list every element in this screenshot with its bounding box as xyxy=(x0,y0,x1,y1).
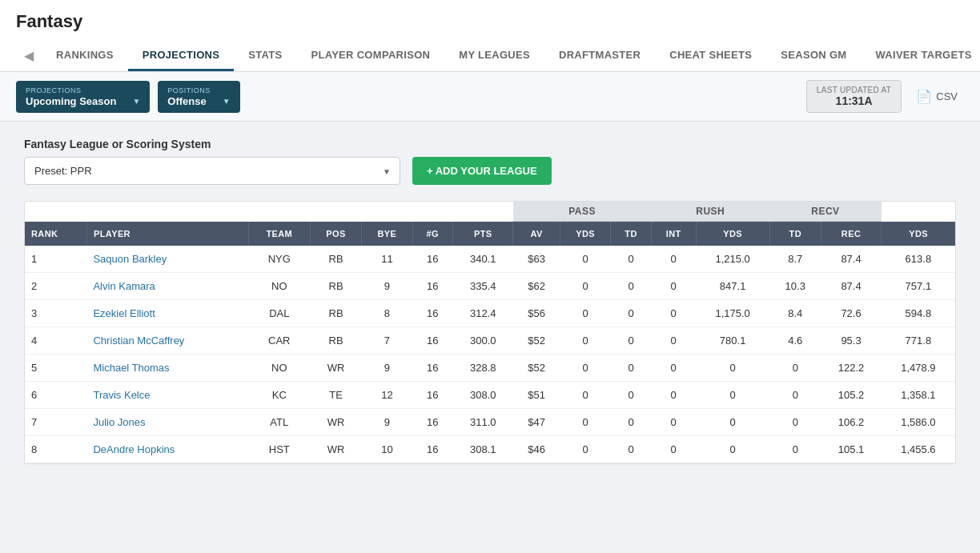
col-pass-yds: YDS xyxy=(560,222,610,246)
col-games: #G xyxy=(412,222,452,246)
cell-recv-rec: 95.3 xyxy=(821,327,881,355)
add-league-button[interactable]: + ADD YOUR LEAGUE xyxy=(412,157,552,185)
csv-button-label: CSV xyxy=(936,90,958,102)
cell-rush-td: 10.3 xyxy=(769,273,821,300)
cell-pass-int: 0 xyxy=(651,436,696,463)
cell-recv-yds: 1,478.9 xyxy=(882,355,955,382)
group-rush-header: RUSH xyxy=(651,202,769,222)
col-pass-int: INT xyxy=(651,222,696,246)
cell-recv-rec: 122.2 xyxy=(821,355,881,382)
cell-team: DAL xyxy=(248,300,310,327)
cell-pts: 312.4 xyxy=(453,300,513,327)
cell-games: 16 xyxy=(412,355,452,382)
col-bye: BYE xyxy=(362,222,412,246)
cell-bye: 9 xyxy=(362,409,412,436)
cell-player: Saquon Barkley xyxy=(86,246,248,273)
cell-pts: 308.0 xyxy=(453,382,513,409)
table-row: 3 Ezekiel Elliott DAL RB 8 16 312.4 $56 … xyxy=(25,300,955,327)
cell-pass-td: 0 xyxy=(611,327,651,355)
last-updated-label: LAST UPDATED AT xyxy=(817,86,891,94)
cell-pos: WR xyxy=(310,409,361,436)
positions-dropdown-label: POSITIONS xyxy=(167,86,211,94)
table-row: 6 Travis Kelce KC TE 12 16 308.0 $51 0 0… xyxy=(25,382,955,409)
cell-pos: RB xyxy=(310,327,361,355)
cell-games: 16 xyxy=(412,300,452,327)
cell-player: Christian McCaffrey xyxy=(86,327,248,355)
cell-player: Travis Kelce xyxy=(86,382,248,409)
cell-av: $46 xyxy=(513,436,560,463)
app-title: Fantasy xyxy=(16,11,964,40)
cell-team: NYG xyxy=(248,246,310,273)
cell-pts: 308.1 xyxy=(453,436,513,463)
cell-rank: 2 xyxy=(25,273,86,300)
cell-recv-rec: 87.4 xyxy=(821,246,881,273)
cell-recv-yds: 1,455.6 xyxy=(882,436,955,463)
col-recv-rec: REC xyxy=(821,222,881,246)
col-pass-td: TD xyxy=(611,222,651,246)
player-link[interactable]: DeAndre Hopkins xyxy=(93,443,175,455)
nav-item-rankings[interactable]: RANKINGS xyxy=(42,41,128,71)
cell-rush-td: 0 xyxy=(769,409,821,436)
stats-table-container: PASS RUSH RECV RANK PLAYER TEAM POS BYE … xyxy=(24,201,956,464)
cell-recv-yds: 594.8 xyxy=(882,300,955,327)
cell-bye: 9 xyxy=(362,273,412,300)
toolbar: PROJECTIONS Upcoming Season ▼ POSITIONS … xyxy=(0,72,980,122)
cell-rank: 1 xyxy=(25,246,86,273)
league-select[interactable]: Preset: PPR xyxy=(24,157,400,185)
cell-pts: 335.4 xyxy=(453,273,513,300)
projections-dropdown[interactable]: PROJECTIONS Upcoming Season ▼ xyxy=(16,81,150,113)
table-body: 1 Saquon Barkley NYG RB 11 16 340.1 $63 … xyxy=(25,246,955,463)
cell-player: Michael Thomas xyxy=(86,355,248,382)
nav-bar: ◀ RANKINGS PROJECTIONS STATS PLAYER COMP… xyxy=(16,40,964,71)
cell-player: Ezekiel Elliott xyxy=(86,300,248,327)
nav-item-projections[interactable]: PROJECTIONS xyxy=(128,41,234,71)
player-link[interactable]: Travis Kelce xyxy=(93,389,150,401)
player-link[interactable]: Michael Thomas xyxy=(93,362,169,374)
cell-pos: RB xyxy=(310,246,361,273)
table-row: 8 DeAndre Hopkins HST WR 10 16 308.1 $46… xyxy=(25,436,955,463)
cell-rush-yds: 1,215.0 xyxy=(696,246,769,273)
cell-recv-rec: 105.1 xyxy=(821,436,881,463)
cell-av: $62 xyxy=(513,273,560,300)
main-content: Fantasy League or Scoring System Preset:… xyxy=(0,122,980,480)
cell-bye: 12 xyxy=(362,382,412,409)
cell-team: NO xyxy=(248,273,310,300)
group-header-row: PASS RUSH RECV xyxy=(25,202,955,222)
cell-games: 16 xyxy=(412,382,452,409)
col-av: AV xyxy=(513,222,560,246)
nav-item-season-gm[interactable]: SEASON GM xyxy=(766,41,861,71)
last-updated-display: LAST UPDATED AT 11:31A xyxy=(806,80,902,113)
cell-pos: TE xyxy=(310,382,361,409)
cell-pass-yds: 0 xyxy=(560,273,610,300)
player-link[interactable]: Saquon Barkley xyxy=(93,253,167,265)
cell-recv-rec: 87.4 xyxy=(821,273,881,300)
player-link[interactable]: Ezekiel Elliott xyxy=(93,307,155,319)
cell-team: NO xyxy=(248,355,310,382)
cell-rush-yds: 1,175.0 xyxy=(696,300,769,327)
player-link[interactable]: Christian McCaffrey xyxy=(93,335,184,347)
cell-pass-int: 0 xyxy=(651,246,696,273)
cell-pass-yds: 0 xyxy=(560,436,610,463)
csv-button[interactable]: 📄 CSV xyxy=(910,84,964,109)
cell-pass-yds: 0 xyxy=(560,327,610,355)
cell-rush-td: 0 xyxy=(769,436,821,463)
cell-rush-td: 0 xyxy=(769,355,821,382)
group-pass-header: PASS xyxy=(513,202,651,222)
nav-item-stats[interactable]: STATS xyxy=(234,41,296,71)
positions-dropdown[interactable]: POSITIONS Offense ▼ xyxy=(158,81,239,113)
nav-item-draftmaster[interactable]: DRAFTMASTER xyxy=(544,41,655,71)
nav-back-button[interactable]: ◀ xyxy=(16,40,42,71)
player-link[interactable]: Julio Jones xyxy=(93,416,145,428)
nav-item-waiver-targets[interactable]: WAIVER TARGETS xyxy=(861,41,980,71)
col-pos: POS xyxy=(310,222,361,246)
nav-item-cheat-sheets[interactable]: CHEAT SHEETS xyxy=(655,41,766,71)
league-row: Preset: PPR + ADD YOUR LEAGUE xyxy=(24,157,956,185)
player-link[interactable]: Alvin Kamara xyxy=(93,280,155,292)
nav-item-my-leagues[interactable]: MY LEAGUES xyxy=(444,41,544,71)
cell-games: 16 xyxy=(412,436,452,463)
cell-pts: 340.1 xyxy=(453,246,513,273)
nav-item-player-comparison[interactable]: PLAYER COMPARISON xyxy=(296,41,444,71)
cell-recv-yds: 757.1 xyxy=(882,273,955,300)
cell-recv-rec: 72.6 xyxy=(821,300,881,327)
cell-pass-int: 0 xyxy=(651,300,696,327)
